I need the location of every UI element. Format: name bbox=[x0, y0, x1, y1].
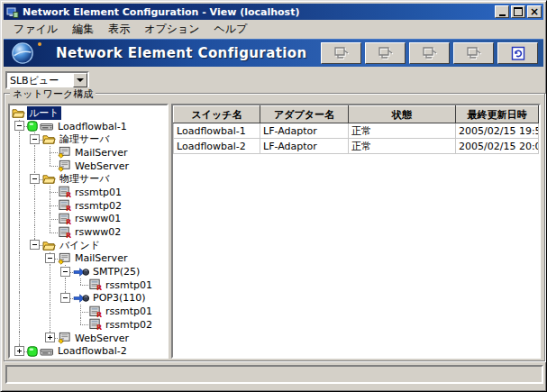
toolbar-button-3[interactable] bbox=[409, 42, 450, 64]
tree-connector bbox=[12, 146, 27, 160]
tree-connector bbox=[27, 332, 42, 345]
tree-connector bbox=[73, 318, 88, 332]
tree-node-label: WebServer bbox=[73, 160, 131, 172]
tree-connector bbox=[27, 265, 42, 278]
tree-node[interactable]: Loadflowbal-1 bbox=[10, 120, 167, 133]
svg-text:R: R bbox=[66, 218, 71, 225]
status-bar bbox=[5, 365, 543, 384]
tree-connector bbox=[42, 265, 58, 278]
tree-node[interactable]: MailServer bbox=[10, 252, 167, 266]
collapse-toggle[interactable] bbox=[30, 240, 40, 250]
tree-node-label: Loadflowbal-2 bbox=[56, 345, 129, 357]
menu-item-file[interactable]: ファイル bbox=[6, 20, 65, 40]
tree-node[interactable]: Rrssmtp01 bbox=[10, 305, 167, 318]
logical-server-icon bbox=[58, 160, 71, 172]
expand-toggle[interactable] bbox=[14, 346, 24, 356]
tree-connector bbox=[27, 292, 42, 305]
tree-node[interactable]: Rrssmtp01 bbox=[10, 278, 167, 292]
minimize-button[interactable] bbox=[495, 5, 509, 18]
table-cell: LF-Adaptor bbox=[260, 123, 349, 139]
tree-connector bbox=[27, 213, 42, 226]
collapse-toggle[interactable] bbox=[30, 134, 40, 144]
menu-bar: ファイル編集表示オプションヘルプ bbox=[4, 20, 543, 39]
physical-server-icon: R bbox=[58, 226, 71, 239]
toolbar-button-1[interactable] bbox=[321, 42, 361, 64]
toolbar-button-4[interactable] bbox=[453, 42, 494, 64]
green-status-icon bbox=[27, 346, 38, 357]
tree-connector bbox=[12, 225, 27, 239]
collapse-toggle[interactable] bbox=[60, 267, 70, 277]
tree-connector bbox=[58, 265, 73, 278]
tree-node[interactable]: WebServer bbox=[10, 332, 167, 345]
tree-connector bbox=[27, 199, 42, 213]
svg-text:R: R bbox=[96, 311, 102, 318]
menu-item-help[interactable]: ヘルプ bbox=[207, 20, 255, 40]
tree-node-label: 論理サーバ bbox=[58, 132, 112, 146]
toolbar-button-2[interactable] bbox=[365, 42, 406, 64]
tree-node[interactable]: WebServer bbox=[10, 160, 167, 173]
column-header[interactable]: アダプター名 bbox=[260, 106, 349, 123]
menu-item-view[interactable]: 表示 bbox=[101, 20, 137, 40]
column-header[interactable]: 状態 bbox=[349, 106, 456, 123]
tree-connector bbox=[42, 213, 58, 226]
maximize-button[interactable] bbox=[511, 5, 525, 18]
tree-node[interactable]: Rrssmtp02 bbox=[10, 318, 167, 332]
menu-item-edit[interactable]: 編集 bbox=[65, 20, 101, 40]
collapse-toggle[interactable] bbox=[30, 174, 40, 184]
tree-node[interactable]: ルート bbox=[10, 106, 167, 120]
logo-accent-dot bbox=[38, 42, 41, 46]
menu-item-options[interactable]: オプション bbox=[137, 20, 206, 40]
logical-server-icon bbox=[58, 332, 71, 344]
tree-node[interactable]: Rrswww01 bbox=[10, 213, 167, 226]
column-header[interactable]: 最終更新日時 bbox=[456, 106, 539, 123]
table-row[interactable]: Loadflowbal-1LF-Adaptor正常2005/02/15 19:5… bbox=[174, 123, 539, 139]
tree-connector bbox=[12, 318, 27, 332]
tree-connector bbox=[27, 318, 42, 332]
tree-node-label: rssmtp01 bbox=[104, 279, 154, 291]
tree-connector bbox=[12, 344, 27, 358]
collapse-toggle[interactable] bbox=[14, 121, 24, 131]
refresh-icon bbox=[509, 46, 527, 61]
tree-node[interactable]: Loadflowbal-2 bbox=[10, 344, 167, 358]
tree-node[interactable]: MailServer bbox=[10, 146, 167, 160]
tree-node-label: SMTP(25) bbox=[91, 266, 141, 278]
tree-node-label: ルート bbox=[27, 106, 61, 120]
tree-connector bbox=[12, 292, 27, 305]
tree-node[interactable]: Rrswww02 bbox=[10, 225, 167, 239]
tree-node[interactable]: 論理サーバ bbox=[10, 132, 167, 146]
collapse-toggle[interactable] bbox=[60, 293, 70, 303]
table-row[interactable]: Loadflowbal-2LF-Adaptor正常2005/02/15 20:0… bbox=[174, 139, 539, 154]
view-selector[interactable]: SLBビュー bbox=[5, 71, 89, 89]
logical-server-icon bbox=[58, 146, 71, 159]
dropdown-arrow-icon bbox=[77, 78, 84, 82]
switch-table-panel[interactable]: スイッチ名アダプター名状態最終更新日時 Loadflowbal-1LF-Adap… bbox=[171, 104, 541, 359]
tree-node[interactable]: Rrssmtp02 bbox=[10, 199, 167, 213]
tree-connector bbox=[27, 239, 42, 252]
tree-connector bbox=[42, 252, 58, 266]
page-title: Network Element Configuration bbox=[56, 45, 307, 61]
tree-node[interactable]: バインド bbox=[10, 239, 167, 252]
column-header[interactable]: スイッチ名 bbox=[174, 106, 260, 123]
tree-connector bbox=[12, 305, 27, 318]
tree-connector bbox=[12, 332, 27, 345]
collapse-toggle[interactable] bbox=[45, 253, 55, 263]
expand-toggle[interactable] bbox=[45, 333, 55, 342]
tree-node[interactable]: 物理サーバ bbox=[10, 172, 167, 186]
tree-node-label: WebServer bbox=[73, 333, 131, 344]
folder-icon bbox=[42, 173, 56, 185]
close-button[interactable] bbox=[527, 5, 542, 18]
window-title: Network Element Configuration - View (lo… bbox=[23, 6, 493, 18]
tree-node[interactable]: SMTP(25) bbox=[10, 265, 167, 278]
tree-node-label: MailServer bbox=[73, 252, 129, 264]
refresh-button[interactable] bbox=[497, 42, 538, 64]
tree-node[interactable]: POP3(110) bbox=[10, 292, 167, 305]
tree-connector bbox=[42, 199, 58, 213]
tree-connector bbox=[27, 278, 42, 292]
network-tree[interactable]: ルートLoadflowbal-1論理サーバMailServerWebServer… bbox=[8, 104, 169, 359]
tree-node-label: rssmtp02 bbox=[104, 319, 154, 331]
title-bar[interactable]: Network Element Configuration - View (lo… bbox=[4, 4, 543, 20]
disabled-tool-icon bbox=[420, 45, 440, 61]
view-selector-dropdown-button[interactable] bbox=[73, 73, 87, 87]
tree-node[interactable]: Rrssmtp01 bbox=[10, 186, 167, 199]
table-cell: LF-Adaptor bbox=[260, 139, 349, 154]
